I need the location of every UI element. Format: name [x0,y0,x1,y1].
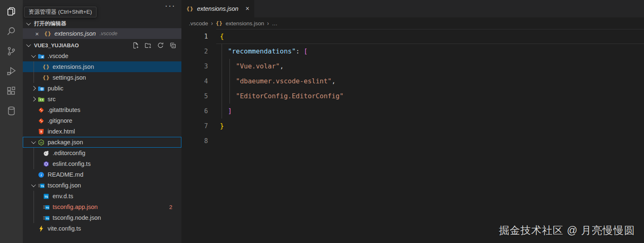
code-line-7[interactable]: 7} [181,119,644,134]
line-number: 4 [181,74,208,89]
tree-item-label: extensions.json [53,63,94,70]
tree-item-label: package.json [48,139,83,146]
new-folder-icon[interactable] [145,42,152,49]
twisty [29,54,38,58]
svg-text:TS: TS [46,206,49,209]
code-line-8[interactable]: 8 [181,134,644,148]
extensions-icon[interactable] [0,81,23,101]
line-number: 3 [181,59,208,74]
tab-extensions-json[interactable]: {} extensions.json × [181,0,254,17]
json-icon: {} [44,30,52,37]
tree-item-vscode[interactable]: .vscode [23,51,181,61]
activity-bar [0,0,23,243]
json-icon: {} [43,63,50,70]
chevron-down-icon [26,42,31,47]
svg-text:TS: TS [44,195,48,198]
code-line-5[interactable]: 5 "EditorConfig.EditorConfig" [181,89,644,104]
breadcrumb-separator-icon: › [267,20,269,27]
source-control-icon[interactable] [0,41,23,61]
code-editor[interactable]: 1{2 "recommendations": [3 "Vue.volar",4 … [181,29,644,148]
svg-text:JS: JS [40,141,43,144]
breadcrumb-item-vscode[interactable]: .vscode [189,20,208,27]
open-editors-header[interactable]: 打开的编辑器 [23,19,181,28]
chevron-right-icon [31,97,36,101]
search-icon[interactable] [0,21,23,41]
tree-item-env-d-ts[interactable]: TSenv.d.ts [23,191,181,202]
project-root-header[interactable]: VUE3_YUJIABAO [23,40,181,51]
more-actions-icon[interactable]: ··· [165,1,176,10]
new-file-icon[interactable] [132,42,139,49]
breadcrumb-separator-icon: › [211,20,213,27]
tree-item-label: env.d.ts [53,193,73,199]
refresh-icon[interactable] [157,42,164,49]
tree-item-src[interactable]: src [23,94,181,104]
tree-item-label: .editorconfig [53,150,85,156]
vite-icon [38,225,45,232]
tree-item-editorconfig[interactable]: .editorconfig [23,148,181,158]
close-icon[interactable]: × [246,5,249,12]
explorer-icon[interactable] [0,1,23,21]
tree-indent-guide [34,148,34,169]
code-text: "recommendations": [ [220,44,308,59]
project-name: VUE3_YUJIABAO [34,42,79,49]
database-icon[interactable] [0,101,23,121]
tree-item-extensions-json[interactable]: {}extensions.json [23,61,181,72]
line-number: 2 [181,44,208,59]
close-icon[interactable]: × [35,30,39,37]
tree-item-tsconfig-app-json[interactable]: TStsconfig.app.json2 [23,202,181,212]
tsconfig-icon: TS [38,182,45,189]
svg-text:TS: TS [41,184,44,187]
code-line-3[interactable]: 3 "Vue.volar", [181,59,644,74]
breadcrumb-item-ellipsis[interactable]: … [272,20,277,27]
code-text: { [220,29,224,44]
tab-label: extensions.json [197,5,239,12]
tree-item-label: settings.json [53,74,86,81]
code-line-2[interactable]: 2 "recommendations": [ [181,44,644,59]
run-debug-icon[interactable] [0,61,23,81]
chevron-down-icon [31,182,36,187]
breadcrumb-item-extensions-json[interactable]: extensions.json [226,20,264,27]
tree-item-eslint-config-ts[interactable]: eslint.config.ts [23,158,181,169]
explorer-actions [132,42,176,49]
tree-item-public[interactable]: public [23,83,181,94]
tree-item-gitattributes[interactable]: .gitattributes [23,104,181,115]
tree-item-label: README.md [48,171,83,178]
watermark: 掘金技术社区 @ 月亮慢慢圆 [499,224,635,237]
watermark-text: 掘金技术社区 @ 月亮慢慢圆 [499,224,635,236]
tree-item-label: tsconfig.node.json [53,214,101,221]
code-line-4[interactable]: 4 "dbaeumer.vscode-eslint", [181,74,644,89]
json-icon: {} [186,5,194,12]
tree-item-settings-json[interactable]: {}settings.json [23,72,181,83]
collapse-all-icon[interactable] [169,42,176,49]
line-number: 5 [181,89,208,104]
open-editor-item[interactable]: × {} extensions.json .vscode [23,28,181,39]
tree-item-vite-config-ts[interactable]: vite.config.ts [23,223,181,234]
tree-item-label: .gitignore [48,117,72,124]
tooltip-text: 资源管理器 (Ctrl+Shift+E) [29,9,92,15]
tree-item-label: tsconfig.json [48,182,81,189]
tree-item-label: .gitattributes [48,107,80,113]
file-tree: .vscode{}extensions.json{}settings.jsonp… [23,51,181,243]
editorconfig-icon [43,150,50,157]
tree-item-package-json[interactable]: JSpackage.json [23,137,181,148]
tree-item-index-html[interactable]: 5index.html [23,126,181,137]
eslint-icon [43,160,50,168]
json-icon: {} [216,20,222,27]
chevron-right-icon [31,86,36,90]
tree-item-label: vite.config.ts [48,225,81,232]
folder-public-icon [38,85,45,92]
breadcrumb: .vscode › {} extensions.json › … [181,17,644,29]
tree-indent-guide [34,61,34,83]
code-text: ] [220,104,232,119]
tab-bar: {} extensions.json × [181,0,644,17]
code-line-1[interactable]: 1{ [181,29,644,44]
html-icon: 5 [38,128,45,135]
tsconfig-icon: TS [43,214,50,221]
code-line-6[interactable]: 6 ] [181,104,644,119]
explorer-tooltip: 资源管理器 (Ctrl+Shift+E) [24,7,96,17]
tree-item-tsconfig-node-json[interactable]: TStsconfig.node.json [23,212,181,223]
tree-item-readme-md[interactable]: iREADME.md [23,169,181,180]
tree-item-tsconfig-json[interactable]: TStsconfig.json [23,180,181,191]
tree-item-gitignore[interactable]: .gitignore [23,115,181,126]
json-icon: {} [43,74,50,81]
